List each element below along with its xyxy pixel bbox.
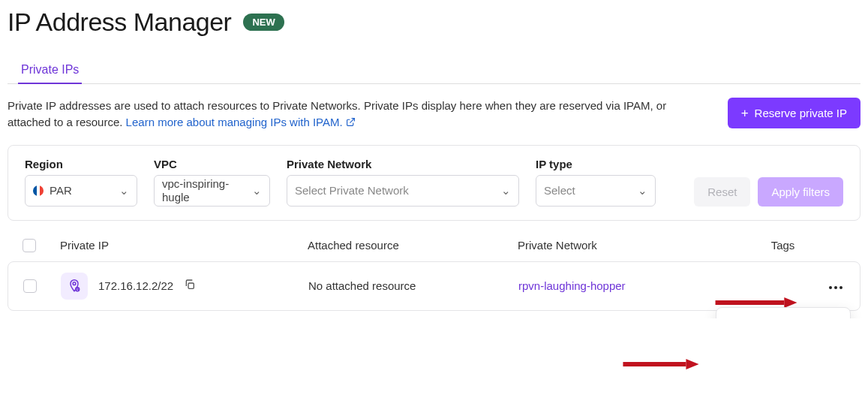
chevron-down-icon: ⌄ [638,184,647,197]
select-all-checkbox[interactable] [23,239,36,252]
row-actions-button[interactable] [825,276,846,296]
new-badge: NEW [243,14,284,31]
col-tags: Tags [713,239,853,252]
plus-icon: + [741,107,749,119]
ip-address-text: 172.16.12.2/22 [98,279,173,292]
reset-filters-button[interactable]: Reset [694,177,750,207]
col-private-ip: Private IP [60,239,308,252]
menu-item-more-info[interactable]: More info [716,308,850,318]
external-link-icon [346,115,356,131]
svg-point-0 [73,282,76,285]
row-actions-menu: More info Release IP [716,307,851,318]
page-title: IP Address Manager [8,8,231,37]
chevron-down-icon: ⌄ [119,184,129,197]
svg-marker-8 [784,297,797,308]
filter-panel: Region PAR ⌄ VPC vpc-inspiring-hugle ⌄ P… [8,145,860,221]
chevron-down-icon: ⌄ [252,184,262,197]
ip-type-label: IP type [536,158,656,170]
annotation-arrow-icon [704,297,809,308]
private-network-select[interactable]: Select Private Network ⌄ [287,175,519,207]
svg-point-5 [834,286,837,289]
ip-pin-icon [61,273,88,300]
private-network-label: Private Network [287,158,519,170]
reserve-private-ip-button[interactable]: + Reserve private IP [728,98,860,128]
svg-point-4 [829,286,832,289]
vpc-select[interactable]: vpc-inspiring-hugle ⌄ [154,175,270,207]
col-private-network: Private Network [518,239,713,252]
svg-rect-3 [188,283,194,288]
private-network-link[interactable]: rpvn-laughing-hopper [518,279,713,292]
tab-bar: Private IPs [8,56,860,84]
copy-icon[interactable] [184,279,196,294]
table-header: Private IP Attached resource Private Net… [8,236,860,261]
chevron-down-icon: ⌄ [501,184,511,197]
description-text: Private IP addresses are used to attach … [8,98,713,131]
tab-private-ips[interactable]: Private IPs [18,57,82,84]
vpc-label: VPC [154,158,270,170]
col-attached-resource: Attached resource [308,239,518,252]
region-label: Region [25,158,137,170]
learn-more-link[interactable]: Learn more about managing IPs with IPAM. [126,116,356,128]
row-checkbox[interactable] [23,279,37,293]
france-flag-icon [33,185,44,196]
region-select[interactable]: PAR ⌄ [25,175,137,207]
attached-resource-text: No attached resource [308,279,518,292]
ip-type-select[interactable]: Select ⌄ [536,175,656,207]
apply-filters-button[interactable]: Apply filters [758,177,843,207]
svg-point-6 [839,286,842,289]
